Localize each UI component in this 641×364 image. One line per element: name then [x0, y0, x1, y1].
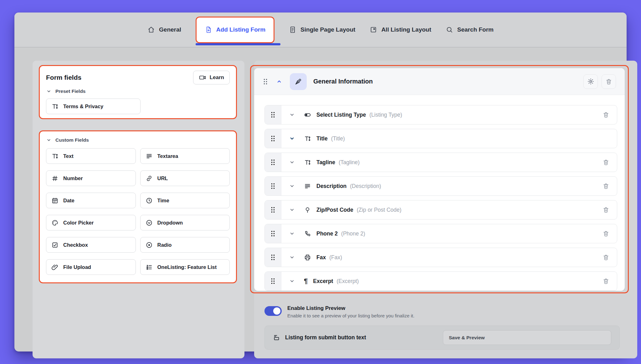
- field-name: Zip/Post Code: [316, 207, 353, 213]
- gear-icon: [587, 78, 594, 85]
- field-chip-checkbox[interactable]: Checkbox: [46, 237, 136, 253]
- chevron-down-icon[interactable]: [289, 183, 295, 189]
- chevron-down-icon[interactable]: [289, 254, 295, 260]
- form-field-row-select-listing-type[interactable]: Select Listing Type(Listing Type): [264, 105, 617, 124]
- chevron-down-icon: [46, 137, 52, 143]
- checkbox-icon: [51, 241, 59, 249]
- field-chip-time[interactable]: Time: [140, 193, 230, 208]
- trash-icon[interactable]: [603, 183, 609, 190]
- field-chip-date[interactable]: Date: [46, 193, 136, 208]
- field-chip-terms-privacy[interactable]: Terms & Privacy: [46, 99, 141, 114]
- drag-handle-icon[interactable]: [265, 272, 281, 291]
- chevron-down-icon[interactable]: [289, 159, 295, 165]
- chevron-down-icon[interactable]: [289, 112, 295, 118]
- file-plus-icon: [205, 26, 212, 33]
- trash-icon[interactable]: [603, 111, 609, 118]
- field-meta-label: (Phone 2): [341, 230, 365, 237]
- form-field-row-description[interactable]: Description(Description): [264, 176, 617, 196]
- trash-icon[interactable]: [603, 254, 609, 261]
- form-field-row-title[interactable]: Title(Title): [264, 129, 617, 148]
- chevron-down-icon[interactable]: [289, 278, 295, 284]
- enable-preview-toggle[interactable]: [264, 306, 282, 316]
- field-chip-number[interactable]: Number: [46, 170, 136, 186]
- field-meta-label: (Zip or Post Code): [357, 207, 402, 213]
- tab-label: Add Listing Form: [216, 26, 265, 33]
- field-meta-label: (Description): [350, 183, 381, 190]
- textarea-icon: [146, 153, 153, 160]
- video-icon: [199, 74, 206, 81]
- group-settings-button[interactable]: [583, 74, 598, 89]
- field-name: Tagline: [316, 159, 335, 166]
- tab-label: Search Form: [457, 26, 494, 33]
- tab-all-listing-layout[interactable]: All Listing Layout: [370, 26, 431, 33]
- chevron-down-icon[interactable]: [289, 230, 295, 237]
- group-delete-button[interactable]: [602, 74, 616, 89]
- trash-icon[interactable]: [603, 230, 609, 237]
- form-field-row-zip-post-code[interactable]: Zip/Post Code(Zip or Post Code): [264, 200, 617, 220]
- field-rows: Select Listing Type(Listing Type)Title(T…: [254, 95, 625, 291]
- field-chip-onelisting-feature-list[interactable]: OneListing: Feature List: [140, 259, 230, 275]
- phone-icon: [304, 230, 311, 237]
- chevron-up-icon[interactable]: [276, 78, 282, 85]
- preset-fields-toggle[interactable]: Preset Fields: [46, 88, 230, 94]
- field-meta-label: (Fax): [329, 254, 342, 261]
- field-chip-label: Number: [63, 175, 83, 181]
- form-field-row-fax[interactable]: Fax(Fax): [264, 248, 617, 267]
- field-chip-label: Terms & Privacy: [63, 104, 103, 109]
- field-chip-textarea[interactable]: Textarea: [140, 148, 230, 164]
- link-icon: [146, 175, 153, 182]
- field-meta-label: (Listing Type): [369, 112, 402, 118]
- form-field-row-tagline[interactable]: Tagline(Tagline): [264, 153, 617, 172]
- form-field-row-phone-2[interactable]: Phone 2(Phone 2): [264, 224, 617, 243]
- field-name: Excerpt: [313, 278, 333, 285]
- drag-handle-icon[interactable]: [263, 78, 268, 85]
- field-chip-url[interactable]: URL: [140, 170, 230, 186]
- field-chip-label: Color Picker: [63, 220, 94, 226]
- field-chip-text[interactable]: Text: [46, 148, 136, 164]
- drag-handle-icon[interactable]: [265, 105, 281, 124]
- drag-handle-icon[interactable]: [265, 248, 281, 267]
- chevron-down-icon[interactable]: [289, 207, 295, 213]
- chevron-down-icon: [46, 88, 52, 94]
- paperclip-icon: [51, 264, 59, 271]
- field-name: Select Listing Type: [316, 112, 366, 118]
- field-chip-color-picker[interactable]: Color Picker: [46, 215, 136, 230]
- custom-fields-label: Custom Fields: [55, 137, 89, 143]
- drag-handle-icon[interactable]: [265, 153, 281, 172]
- enable-preview-setting: Enable Listing Preview Enable it to see …: [264, 305, 414, 318]
- pilcrow-icon: ¶: [304, 278, 308, 285]
- field-name: Phone 2: [316, 230, 338, 237]
- drag-handle-icon[interactable]: [265, 200, 281, 219]
- toggle-icon: [304, 111, 311, 119]
- trash-icon[interactable]: [603, 159, 609, 166]
- field-chip-label: Date: [63, 198, 74, 204]
- tab-single-page-layout[interactable]: Single Page Layout: [289, 26, 355, 33]
- trash-icon: [605, 78, 612, 85]
- clock-icon: [146, 197, 153, 204]
- tab-add-listing-form[interactable]: Add Listing Form: [196, 17, 274, 43]
- radio-icon: [146, 241, 153, 249]
- field-chip-dropdown[interactable]: Dropdown: [140, 215, 230, 230]
- custom-fields-toggle[interactable]: Custom Fields: [46, 137, 230, 143]
- drag-handle-icon[interactable]: [265, 129, 281, 148]
- field-chip-file-upload[interactable]: File Upload: [46, 259, 136, 275]
- tab-search-form[interactable]: Search Form: [446, 26, 494, 33]
- submit-button-text-input[interactable]: [443, 330, 611, 345]
- form-field-row-excerpt[interactable]: ¶Excerpt(Excerpt): [264, 271, 617, 291]
- trash-icon[interactable]: [603, 278, 609, 285]
- settings-window: GeneralAdd Listing FormSingle Page Layou…: [14, 13, 627, 351]
- tab-general[interactable]: General: [147, 26, 181, 33]
- drag-handle-icon[interactable]: [265, 177, 281, 195]
- feature-list-icon: [146, 264, 153, 271]
- field-chip-label: Radio: [157, 242, 172, 248]
- field-chip-label: Checkbox: [63, 242, 88, 248]
- chevron-down-icon[interactable]: [289, 135, 295, 142]
- drag-handle-icon[interactable]: [265, 224, 281, 243]
- field-chip-radio[interactable]: Radio: [140, 237, 230, 253]
- field-meta-label: (Title): [331, 135, 345, 142]
- fax-icon: [304, 254, 311, 261]
- text-field-icon: [304, 135, 311, 142]
- trash-icon[interactable]: [603, 206, 609, 213]
- field-chip-label: Textarea: [157, 153, 178, 159]
- learn-button[interactable]: Learn: [193, 71, 230, 84]
